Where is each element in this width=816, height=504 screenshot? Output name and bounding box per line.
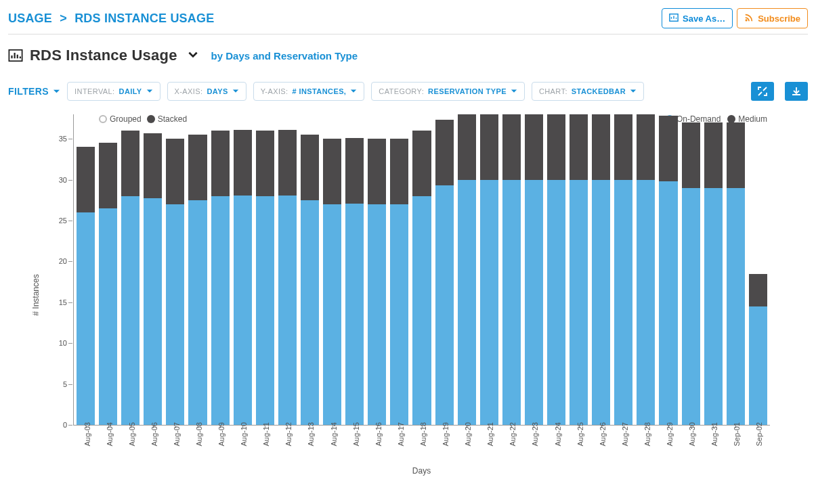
bar[interactable]: Aug-20 xyxy=(458,114,476,425)
bar[interactable]: Aug-13 xyxy=(301,135,319,425)
bar-segment-on-demand xyxy=(256,196,274,425)
x-tick-label: Aug-08 xyxy=(195,422,203,446)
x-tick-label: Aug-30 xyxy=(688,422,696,446)
filter-chart[interactable]: CHART: STACKEDBAR xyxy=(532,82,644,101)
bar[interactable]: Aug-30 xyxy=(682,122,700,425)
breadcrumb-root[interactable]: USAGE xyxy=(8,12,52,25)
y-tick-label: 30 xyxy=(51,176,67,184)
bar-segment-on-demand xyxy=(727,188,745,425)
bar[interactable]: Aug-08 xyxy=(188,135,207,425)
filter-xaxis[interactable]: X-AXIS: DAYS xyxy=(167,82,246,101)
x-tick-label: Aug-31 xyxy=(710,422,718,446)
bar[interactable]: Aug-14 xyxy=(323,139,341,425)
bar[interactable]: Aug-18 xyxy=(412,131,431,425)
bar-segment-on-demand xyxy=(502,180,521,425)
bar-segment-on-demand xyxy=(278,196,297,425)
bar-segment-medium xyxy=(368,139,386,204)
filter-yaxis[interactable]: Y-AXIS: # INSTANCES, xyxy=(253,82,365,101)
bar-segment-on-demand xyxy=(121,196,139,425)
bar[interactable]: Aug-04 xyxy=(99,143,117,425)
bar[interactable]: Aug-10 xyxy=(234,130,252,425)
x-tick-label: Aug-20 xyxy=(464,422,472,446)
bar[interactable]: Aug-24 xyxy=(547,114,565,425)
svg-rect-2 xyxy=(9,50,22,62)
y-tick-label: 10 xyxy=(51,339,67,347)
bar[interactable]: Aug-03 xyxy=(77,147,95,425)
bar[interactable]: Aug-11 xyxy=(256,131,274,425)
bar-segment-on-demand xyxy=(547,180,565,425)
bar[interactable]: Aug-31 xyxy=(704,122,723,425)
page-subtitle: by Days and Reservation Type xyxy=(211,50,358,62)
bar[interactable]: Aug-27 xyxy=(614,114,632,425)
bar-segment-medium xyxy=(166,139,184,204)
bar[interactable]: Aug-21 xyxy=(480,114,498,425)
caret-down-icon xyxy=(630,88,637,95)
bar-segment-medium xyxy=(525,114,543,180)
bar-segment-on-demand xyxy=(390,204,408,425)
bar[interactable]: Aug-19 xyxy=(435,120,454,425)
bar[interactable]: Aug-12 xyxy=(278,130,297,425)
download-button[interactable] xyxy=(785,82,808,101)
breadcrumb-sep: > xyxy=(60,12,67,25)
bar-segment-on-demand xyxy=(345,204,364,425)
filters-toggle[interactable]: FILTERS xyxy=(8,86,60,97)
fullscreen-button[interactable] xyxy=(751,82,774,101)
filter-category[interactable]: CATEGORY: RESERVATION TYPE xyxy=(371,82,525,101)
svg-point-1 xyxy=(746,19,748,21)
save-as-button[interactable]: Save As… xyxy=(662,8,733,28)
bar-segment-on-demand xyxy=(637,180,655,425)
bar[interactable]: Sep-01 xyxy=(727,122,745,425)
title-dropdown[interactable] xyxy=(187,48,199,63)
x-tick-label: Aug-17 xyxy=(397,422,405,446)
bar-segment-on-demand xyxy=(301,200,319,425)
bar-segment-medium xyxy=(458,114,476,180)
bar[interactable]: Aug-25 xyxy=(570,114,588,425)
bar-segment-on-demand xyxy=(323,204,341,425)
bar-segment-medium xyxy=(390,139,408,204)
bar-segment-medium xyxy=(256,131,274,196)
x-tick-label: Aug-25 xyxy=(576,422,584,446)
bar-segment-medium xyxy=(412,131,431,196)
bar[interactable]: Aug-17 xyxy=(390,139,408,425)
bar-segment-medium xyxy=(188,135,207,200)
bar-segment-medium xyxy=(77,147,95,212)
bar-segment-medium xyxy=(435,120,454,185)
bar-segment-medium xyxy=(144,133,162,199)
bar[interactable]: Aug-29 xyxy=(659,116,677,425)
x-tick-label: Aug-06 xyxy=(150,422,158,446)
bar[interactable]: Aug-28 xyxy=(637,114,655,425)
bar-segment-medium xyxy=(727,122,745,188)
download-icon xyxy=(791,86,802,97)
bar[interactable]: Aug-16 xyxy=(368,139,386,425)
bar-segment-on-demand xyxy=(234,196,252,425)
bar[interactable]: Aug-07 xyxy=(166,139,184,425)
bar-segment-medium xyxy=(480,114,498,180)
bar[interactable]: Aug-15 xyxy=(345,138,364,425)
subscribe-button[interactable]: Subscribe xyxy=(737,8,808,28)
bar-segment-on-demand xyxy=(412,196,431,425)
bar-segment-medium xyxy=(323,139,341,204)
bar-segment-medium xyxy=(99,143,117,208)
bar-segment-medium xyxy=(749,274,767,306)
x-tick-label: Aug-22 xyxy=(509,422,517,446)
x-tick-label: Aug-11 xyxy=(262,422,270,446)
bar[interactable]: Aug-05 xyxy=(121,131,139,425)
bar-segment-on-demand xyxy=(188,200,207,425)
bar[interactable]: Sep-02 xyxy=(749,274,767,425)
page-title: RDS Instance Usage xyxy=(30,47,177,64)
breadcrumb-leaf: RDS INSTANCE USAGE xyxy=(74,12,214,25)
bar[interactable]: Aug-26 xyxy=(592,114,610,425)
filter-interval[interactable]: INTERVAL: DAILY xyxy=(67,82,160,101)
bar-segment-on-demand xyxy=(525,180,543,425)
bar[interactable]: Aug-06 xyxy=(144,133,162,425)
bar-segment-medium xyxy=(547,114,565,180)
x-tick-label: Aug-10 xyxy=(240,422,248,446)
caret-down-icon xyxy=(146,88,153,95)
bar-segment-on-demand xyxy=(144,198,162,425)
bar[interactable]: Aug-22 xyxy=(502,114,521,425)
bar-segment-medium xyxy=(502,114,521,180)
x-tick-label: Aug-04 xyxy=(106,422,114,446)
bar[interactable]: Aug-23 xyxy=(525,114,543,425)
x-tick-label: Aug-09 xyxy=(217,422,226,446)
bar[interactable]: Aug-09 xyxy=(211,131,230,425)
